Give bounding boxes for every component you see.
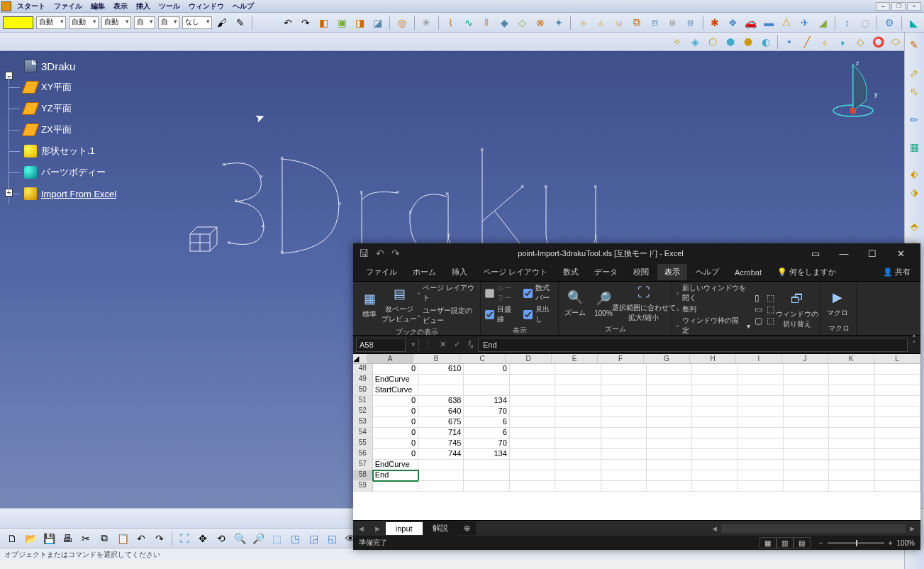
print-icon[interactable]: 🖶 [60,531,75,546]
surf-b-icon[interactable]: ⟑ [594,15,608,31]
s9-icon[interactable]: ⬨ [817,34,833,50]
s13-icon[interactable]: ⬭ [888,34,903,50]
cell[interactable] [555,449,601,460]
cell[interactable] [601,375,647,385]
table-row[interactable]: 5306756 [353,417,920,428]
cell[interactable] [692,385,737,396]
open-icon[interactable]: 📂 [23,531,38,546]
cell[interactable] [784,470,829,481]
cell[interactable] [510,481,555,492]
close-button[interactable]: × [907,2,921,11]
cell[interactable] [464,460,509,470]
cell[interactable] [738,481,784,492]
cancel-fx-icon[interactable]: ✕ [435,340,450,349]
newwin-button[interactable]: ▫ 新しいウィンドウを開く [677,283,750,303]
cell[interactable]: 6 [464,428,509,438]
col-header[interactable]: D [506,354,552,363]
name-box[interactable] [356,338,406,352]
ann-f-icon[interactable]: ✈ [797,15,812,31]
save-icon[interactable]: 💾 [41,531,57,546]
cell[interactable] [738,438,784,449]
s8-icon[interactable]: ╱ [799,34,815,50]
add-sheet-button[interactable]: ⊕ [458,521,476,535]
cell[interactable] [829,396,874,407]
menu-help[interactable]: ヘルプ [228,1,258,11]
table-row[interactable]: 5407146 [353,428,920,438]
wire-b-icon[interactable]: ∿ [461,15,476,31]
zoom-out-button[interactable]: − [819,539,823,547]
sel-4[interactable]: 自 [134,16,155,29]
shell-icon[interactable]: ◨ [352,15,367,31]
tab-help[interactable]: ヘルプ [689,264,726,280]
tab-layout[interactable]: ページ レイアウト [476,264,555,280]
cell[interactable] [647,417,692,428]
cell[interactable] [510,385,555,396]
sheet-tab-input[interactable]: input [386,522,423,535]
brush-icon[interactable]: 🖌 [215,15,230,31]
cell[interactable] [829,385,874,396]
table-row[interactable]: 50StartCurve [353,385,920,396]
collapse-ribbon-icon[interactable]: ˄ [912,334,916,344]
cell[interactable] [692,396,737,407]
cell[interactable] [738,460,784,470]
macro-button[interactable]: ▶マクロ [825,288,850,318]
zoomout-icon[interactable]: 🔎 [250,531,266,546]
wire-g-icon[interactable]: ✦ [551,15,566,31]
rt-graph-icon[interactable]: ▦ [906,139,922,155]
new-icon[interactable]: 🗋 [4,531,20,546]
sheet-nav-next-icon[interactable]: ► [369,524,386,533]
cell[interactable] [692,428,737,438]
enter-fx-icon[interactable]: ✓ [450,340,464,349]
cell[interactable] [647,385,692,396]
view-layout-icon[interactable]: ▥ [777,537,794,548]
s5-icon[interactable]: ⬣ [740,34,756,50]
zoom-in-button[interactable]: + [889,539,893,547]
cell[interactable] [555,438,601,449]
view-pagebreak-button[interactable]: ▤改ページ プレビュー [386,284,413,324]
cell[interactable] [738,449,784,460]
split-icon[interactable]: ▯ [755,293,762,303]
surf-a-icon[interactable]: ⟐ [575,15,590,31]
table-row[interactable]: 55074570 [353,438,920,449]
qat-undo-icon[interactable]: ↶ [376,248,384,259]
cell[interactable] [555,407,601,417]
cell[interactable] [784,407,829,417]
ann-d-icon[interactable]: ▬ [761,15,776,31]
cell[interactable] [601,460,647,470]
cell[interactable] [418,481,464,492]
menu-window[interactable]: ウィンドウ [184,1,228,11]
redo-icon[interactable]: ↷ [299,15,313,31]
color-swatch[interactable] [3,16,33,29]
share-button[interactable]: 👤 共有 [883,267,915,277]
col-header[interactable]: C [460,354,506,363]
table-row[interactable]: 560744134 [353,449,920,460]
cell[interactable]: 0 [373,364,418,375]
cell[interactable] [784,364,829,375]
rt-sketch-icon[interactable]: ✏ [906,112,922,128]
cell[interactable] [784,449,829,460]
cell[interactable]: 745 [418,438,464,449]
cell[interactable] [510,364,555,375]
shade-icon[interactable]: ◱ [324,531,340,546]
tellme[interactable]: 💡 何をしますか [770,264,843,280]
cell[interactable] [692,438,737,449]
arrange-button[interactable]: ▫ 整列 [677,304,750,314]
cell[interactable] [464,375,509,385]
rt-d-icon[interactable]: ⬘ [906,219,922,234]
cell[interactable] [829,364,874,375]
cell[interactable]: 134 [464,396,509,407]
view-custom-button[interactable]: ▫ ユーザー設定のビュー [417,306,476,326]
cell[interactable] [738,385,784,396]
cell[interactable] [510,438,555,449]
gear-icon[interactable]: ✳ [419,15,434,31]
cell[interactable] [784,438,829,449]
cell[interactable] [692,481,737,492]
excel-minimize-button[interactable]: — [830,245,858,262]
col-header[interactable]: E [552,354,598,363]
cell[interactable] [555,396,601,407]
cell[interactable]: 6 [464,417,509,428]
row-header[interactable]: 50 [353,385,373,396]
cell[interactable] [418,460,464,470]
sync-a-icon[interactable]: ⬚ [767,293,774,303]
table-row[interactable]: 59 [353,481,920,492]
